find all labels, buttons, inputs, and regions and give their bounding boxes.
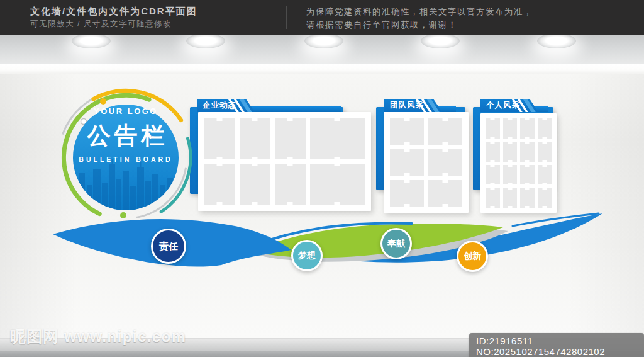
badge-mengxiang: 梦想 [291, 240, 323, 271]
site-url: www.nipic.com [64, 327, 186, 345]
photo-placeholder [428, 118, 462, 145]
panel-board-2 [384, 112, 469, 213]
panel-board-1 [198, 112, 371, 211]
ceiling-light [537, 33, 576, 48]
green-dot [120, 212, 126, 218]
photo-placeholder [310, 118, 365, 159]
photo-placeholder [390, 118, 424, 145]
notice-right-block: 为保障党建资料的准确性，相关文字以官方发布为准， 请根据需要自行至官网获取，谢谢… [306, 5, 533, 31]
panel-tab: 个人风采 [480, 99, 538, 112]
ceiling-light [421, 33, 460, 48]
photo-placeholder [204, 164, 235, 205]
badge-label: 创新 [464, 251, 481, 262]
logo-title: 公告栏 [69, 120, 182, 152]
photo-placeholder [275, 118, 306, 159]
badge-zeren: 责任 [151, 229, 186, 264]
photo-placeholder [538, 188, 552, 208]
photo-placeholder [520, 188, 535, 208]
photo-placeholder [390, 149, 424, 176]
id-stamp: ID:21916511 NO:20251027154742802102 [469, 333, 644, 357]
ceiling-light [72, 33, 111, 48]
id-stamp-text: ID:21916511 NO:20251027154742802102 [476, 336, 605, 357]
photo-placeholder [520, 118, 535, 139]
panel-tab: 企业动态 [197, 99, 255, 112]
photo-placeholder [240, 118, 270, 159]
photo-placeholder [538, 142, 552, 162]
site-name: 昵图网 [10, 327, 59, 345]
photo-placeholder [428, 149, 462, 176]
photo-placeholder [390, 180, 424, 207]
photo-grid [486, 118, 552, 208]
badge-label: 责任 [159, 241, 178, 252]
panel-tab: 团队风采 [384, 99, 442, 112]
ceiling-cove [0, 64, 644, 74]
ceiling-light [304, 33, 343, 48]
ceiling-light [186, 33, 225, 48]
logo-subtitle: BULLETIN BOARD [69, 156, 182, 163]
photo-placeholder [310, 164, 365, 205]
notice-divider [286, 6, 287, 29]
notice-left-line2: 可无限放大 / 尺寸及文字可随意修改 [30, 18, 197, 30]
logo-medallion: YOUR LOGO 公告栏 BULLETIN BOARD [52, 84, 199, 231]
notice-left-block: 文化墙/文件包内文件为CDR平面图 可无限放大 / 尺寸及文字可随意修改 [30, 4, 197, 30]
photo-placeholder [503, 188, 518, 208]
photo-placeholder [428, 180, 462, 207]
photo-placeholder [486, 142, 500, 162]
yellow-dot [100, 98, 106, 105]
badge-fengxian: 奉献 [380, 228, 412, 259]
logo-text-block: YOUR LOGO 公告栏 BULLETIN BOARD [69, 106, 182, 163]
photo-placeholder [520, 142, 535, 162]
panel-header-3: 个人风采 [480, 99, 548, 112]
photo-placeholder [240, 164, 270, 205]
panel-header-1: 企业动态 [197, 99, 341, 112]
photo-placeholder [275, 164, 306, 205]
photo-placeholder [538, 118, 552, 139]
notice-bar: 文化墙/文件包内文件为CDR平面图 可无限放大 / 尺寸及文字可随意修改 为保障… [0, 0, 644, 35]
badge-label: 奉献 [387, 238, 405, 249]
photo-placeholder [486, 188, 500, 208]
photo-placeholder [503, 142, 518, 162]
photo-grid [204, 118, 365, 205]
photo-placeholder [204, 118, 235, 159]
notice-left-line1: 文化墙/文件包内文件为CDR平面图 [30, 4, 197, 18]
photo-placeholder [503, 118, 518, 139]
notice-right-line1: 为保障党建资料的准确性，相关文字以官方发布为准， [306, 5, 533, 18]
photo-placeholder [486, 165, 500, 185]
panel-header-2: 团队风采 [384, 99, 456, 112]
badge-chuangxin: 创新 [457, 241, 488, 272]
notice-right-line2: 请根据需要自行至官网获取，谢谢！ [306, 18, 533, 31]
panel-board-3 [480, 113, 557, 213]
photo-placeholder [503, 165, 518, 185]
site-watermark: 昵图网 www.nipic.com [10, 326, 186, 347]
photo-placeholder [520, 165, 535, 185]
photo-placeholder [486, 118, 500, 139]
logo-top-label: YOUR LOGO [69, 106, 182, 116]
photo-placeholder [538, 165, 552, 185]
photo-grid [390, 118, 462, 207]
badge-label: 梦想 [298, 250, 316, 261]
